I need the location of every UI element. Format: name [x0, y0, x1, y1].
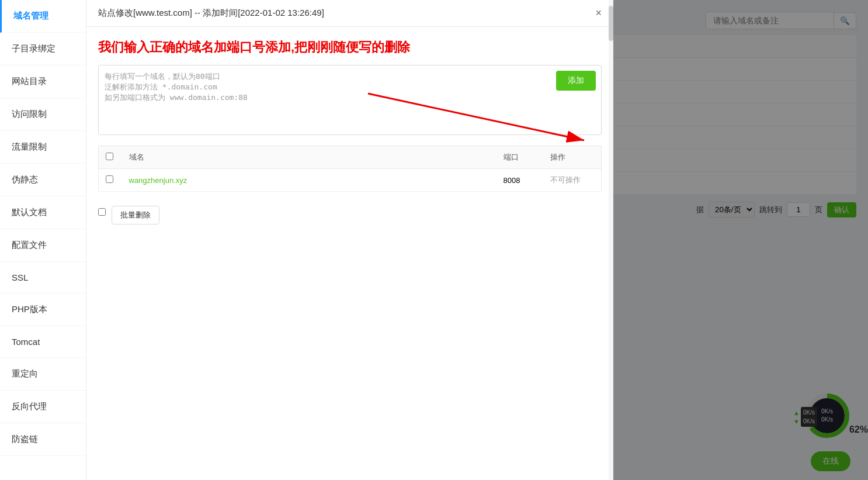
batch-actions: 批量删除: [98, 199, 602, 225]
domain-th-action: 操作: [543, 146, 602, 169]
modal-sidebar-webdir[interactable]: 网站目录: [0, 65, 86, 98]
scroll-thumb[interactable]: [609, 6, 613, 41]
domain-row-checkbox[interactable]: [106, 175, 113, 183]
domain-row-check: [99, 169, 122, 192]
batch-checkbox[interactable]: [98, 208, 106, 216]
modal-sidebar-subdir[interactable]: 子目录绑定: [0, 33, 86, 65]
modal-sidebar-defaultdoc[interactable]: 默认文档: [0, 196, 86, 229]
modal-sidebar-hotlink[interactable]: 防盗链: [0, 423, 86, 456]
modal-sidebar-reverseproxy[interactable]: 反向代理: [0, 391, 86, 423]
domain-row-name: wangzhenjun.xyz: [122, 169, 497, 192]
modal-sidebar-traffic[interactable]: 流量限制: [0, 131, 86, 164]
modal-sidebar-access[interactable]: 访问限制: [0, 98, 86, 131]
modal-sidebar: 域名管理 子目录绑定 网站目录 访问限制 流量限制 伪静态 默认文档 配置文件 …: [0, 0, 86, 480]
modal-title: 站点修改[www.test.com] -- 添加时间[2022-01-02 13…: [98, 8, 324, 19]
domain-row-action: 不可操作: [543, 169, 602, 192]
modal-close-button[interactable]: ×: [595, 7, 602, 19]
modal-dialog: 域名管理 子目录绑定 网站目录 访问限制 流量限制 伪静态 默认文档 配置文件 …: [0, 0, 613, 480]
modal-body: 我们输入正确的域名加端口号添加,把刚刚随便写的删除 每行填写一个域名，默认为80…: [86, 27, 613, 480]
domain-select-all-checkbox[interactable]: [106, 153, 113, 160]
add-domain-button[interactable]: 添加: [556, 71, 596, 91]
modal-sidebar-ssl[interactable]: SSL: [0, 262, 86, 293]
domain-table-row: wangzhenjun.xyz 8008 不可操作: [99, 169, 602, 192]
batch-delete-button[interactable]: 批量删除: [112, 206, 159, 225]
domain-th-domain: 域名: [122, 146, 497, 169]
domain-th-check: [99, 146, 122, 169]
modal-sidebar-php[interactable]: PHP版本: [0, 293, 86, 326]
modal-sidebar-tomcat[interactable]: Tomcat: [0, 326, 86, 358]
domain-row-port: 8008: [497, 169, 543, 192]
domain-table: 域名 端口 操作 wangzhenjun.xyz 8008 不: [98, 146, 602, 192]
scroll-track: [609, 0, 613, 480]
domain-th-port: 端口: [497, 146, 543, 169]
domain-name-link[interactable]: wangzhenjun.xyz: [129, 176, 188, 185]
modal-main: 站点修改[www.test.com] -- 添加时间[2022-01-02 13…: [86, 0, 613, 480]
modal-sidebar-domain[interactable]: 域名管理: [0, 0, 86, 33]
modal-sidebar-redirect[interactable]: 重定向: [0, 358, 86, 391]
domain-textarea-section: 每行填写一个域名，默认为80端口 泛解析添加方法 *.domain.com 如另…: [98, 65, 602, 137]
modal-sidebar-pseudostatic[interactable]: 伪静态: [0, 164, 86, 196]
modal-sidebar-config[interactable]: 配置文件: [0, 229, 86, 262]
annotation-text: 我们输入正确的域名加端口号添加,把刚刚随便写的删除: [98, 39, 602, 56]
domain-textarea[interactable]: 每行填写一个域名，默认为80端口 泛解析添加方法 *.domain.com 如另…: [98, 65, 602, 135]
modal-header: 站点修改[www.test.com] -- 添加时间[2022-01-02 13…: [86, 0, 613, 27]
